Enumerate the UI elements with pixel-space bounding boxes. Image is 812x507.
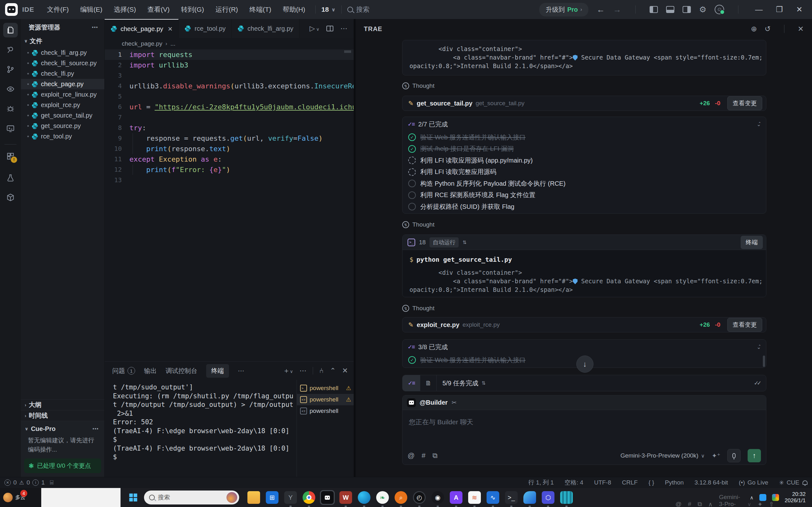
tray-app-icon[interactable] — [772, 494, 779, 501]
attach-image-icon[interactable]: ⧉ — [433, 452, 438, 460]
file-change-row[interactable]: ✎ exploit_rce.py exploit_rce.py +26 -0 查… — [402, 317, 766, 332]
panel-tab[interactable]: ⋯ — [238, 367, 244, 375]
extensions-icon[interactable]: ! — [3, 149, 18, 164]
close-button[interactable]: ✕ — [794, 5, 805, 14]
thought-row[interactable]: ↯ Thought — [402, 305, 435, 312]
close-tab-icon[interactable]: ✕ — [168, 25, 173, 33]
view-changes-button[interactable]: 查看变更 — [727, 96, 762, 110]
taskbar-app-folder-icon[interactable] — [247, 491, 261, 504]
taskbar-app-sail-icon[interactable] — [523, 491, 537, 504]
upgrade-pro-button[interactable]: 升级到 Pro › — [539, 3, 589, 16]
cue-pro-more-icon[interactable]: ⋯ — [92, 425, 99, 433]
run-button[interactable]: ▷ ∨ — [310, 24, 319, 33]
panel-tab[interactable]: 终端 — [206, 364, 229, 378]
tray-expand-icon[interactable]: ∧ — [750, 495, 754, 501]
minimize-button[interactable]: — — [752, 5, 765, 14]
sidebar-more-icon[interactable]: ⋯ — [92, 23, 99, 31]
file-item[interactable]: check_lfi_source.py — [21, 58, 104, 68]
expand-icon[interactable]: ⇅ — [481, 380, 486, 386]
menu-item[interactable]: 转到(G) — [177, 3, 208, 16]
history-icon[interactable]: ↺ — [764, 25, 770, 33]
workspace-selector[interactable]: 18∨ — [321, 6, 335, 13]
status-item[interactable]: UTF-8 — [594, 479, 611, 486]
taskbar-app-wave-icon[interactable]: ∿ — [486, 491, 500, 504]
tray-app-icon[interactable] — [759, 494, 766, 501]
cue-pro-header[interactable]: ∨ Cue-Pro ⋯ — [21, 423, 104, 435]
nav-back-button[interactable]: ← — [597, 5, 605, 14]
terminal-session[interactable]: <↑powershell⚠ — [297, 394, 354, 405]
task-list-toggle-button[interactable]: ✓≡ — [403, 375, 420, 391]
toggle-left-panel-icon[interactable] — [650, 6, 658, 13]
panel-tab[interactable]: 调试控制台 — [165, 367, 197, 375]
close-chat-icon[interactable]: ✕ — [798, 25, 804, 33]
gear-icon[interactable]: ⚙ — [699, 5, 706, 14]
file-item[interactable]: get_source.py — [21, 121, 104, 131]
files-section-header[interactable]: ∨ 文件 — [21, 36, 104, 46]
search-sidebar-icon[interactable] — [3, 43, 18, 57]
global-search-button[interactable]: 搜索 — [347, 5, 369, 14]
terminal-output[interactable]: t /tmp/sudo_output']Executing: (rm /tmp/… — [105, 380, 297, 477]
context-icon[interactable]: # — [421, 452, 425, 460]
voice-input-button[interactable] — [727, 449, 741, 462]
taskbar-app-word-icon[interactable]: W — [339, 491, 353, 504]
file-item[interactable]: rce_tool.py — [21, 131, 104, 142]
panel-more-icon[interactable]: ⋯ — [299, 367, 306, 375]
menu-item[interactable]: 终端(T) — [245, 3, 275, 16]
expand-icon[interactable]: ⇅ — [462, 239, 467, 245]
menu-item[interactable]: 查看(V) — [143, 3, 174, 16]
taskbar-app-tool-icon[interactable]: Y — [284, 491, 298, 504]
status-item[interactable]: CRLF — [622, 479, 638, 486]
status-item[interactable]: { } — [648, 479, 654, 486]
file-item[interactable]: exploit_rce_linux.py — [21, 89, 104, 100]
open-terminal-button[interactable]: 终端 — [741, 236, 763, 249]
taskbar-app-book-icon[interactable] — [560, 491, 573, 504]
user-avatar[interactable]: ☺ — [715, 5, 724, 14]
nav-forward-button[interactable]: → — [613, 5, 621, 14]
problems-summary[interactable]: ✕ 0 ⚠ 0 i 1 ⌸ — [4, 479, 53, 486]
file-item[interactable]: check_lfi.py — [21, 68, 104, 79]
taskbar-app-term-icon[interactable]: >_ — [504, 491, 518, 504]
file-item[interactable]: exploit_rce.py — [21, 100, 104, 110]
taskbar-app-obs-icon[interactable]: ◴ — [412, 491, 426, 504]
mention-icon[interactable]: @ — [408, 452, 415, 460]
chat-input[interactable]: 您正在与 Builder 聊天 — [403, 410, 766, 434]
maximize-panel-icon[interactable]: ⌃ — [330, 367, 336, 375]
plan-document-icon[interactable]: 🗎 — [420, 375, 437, 391]
split-terminal-icon[interactable]: ⑃ — [319, 367, 323, 375]
new-chat-icon[interactable]: ⊕ — [751, 25, 757, 33]
status-item[interactable]: 行 1, 列 1 — [528, 478, 554, 487]
preview-eye-icon[interactable] — [3, 82, 18, 96]
explorer-icon[interactable] — [3, 23, 18, 38]
taskbar-app-chrome-icon[interactable] — [302, 491, 316, 504]
start-button[interactable] — [126, 491, 140, 504]
menu-item[interactable]: 文件(F) — [43, 3, 73, 16]
send-button[interactable]: ↑ — [748, 449, 761, 462]
test-flask-icon[interactable] — [3, 170, 18, 185]
menu-item[interactable]: 选择(S) — [109, 3, 141, 16]
terminal-session[interactable]: >_powershell⚠ — [297, 383, 354, 394]
taskbar-app-ai-icon[interactable]: A — [449, 491, 463, 504]
package-box-icon[interactable] — [3, 190, 18, 205]
thought-row[interactable]: ↯ Thought — [402, 82, 435, 89]
taskbar-app-trae-icon[interactable] — [320, 491, 334, 504]
model-selector[interactable]: Gemini-3-Pro-Preview (200k) ∨ — [620, 452, 705, 459]
clock[interactable]: 20:32 2026/1/1 — [785, 491, 806, 504]
enhance-prompt-icon[interactable]: ✦⁺ — [712, 452, 720, 459]
taskbar-app-leaf-icon[interactable]: ❧ — [375, 491, 390, 504]
collapse-icon[interactable]: ⌄̂ — [757, 344, 761, 350]
card-scrollbar[interactable] — [763, 355, 765, 367]
toggle-right-panel-icon[interactable] — [682, 6, 691, 13]
ports-icon[interactable]: ⌸ — [50, 479, 53, 486]
toggle-bottom-panel-icon[interactable] — [666, 6, 674, 13]
taskbar-app-hex-icon[interactable]: ⬡ — [541, 491, 555, 504]
view-changes-button[interactable]: 查看变更 — [727, 318, 762, 332]
menu-item[interactable]: 编辑(E) — [76, 3, 107, 16]
close-panel-icon[interactable]: ✕ — [342, 367, 348, 375]
taskbar-search-box[interactable]: 搜索 — [144, 491, 239, 504]
debug-icon[interactable] — [3, 101, 18, 116]
agent-name[interactable]: @Builder — [420, 399, 448, 406]
panel-tab[interactable]: 输出 — [144, 367, 157, 375]
editor-more-icon[interactable]: ⋯ — [340, 24, 347, 33]
editor-tab[interactable]: rce_tool.py — [179, 19, 232, 38]
terminal-session[interactable]: <↑powershell — [297, 405, 354, 417]
